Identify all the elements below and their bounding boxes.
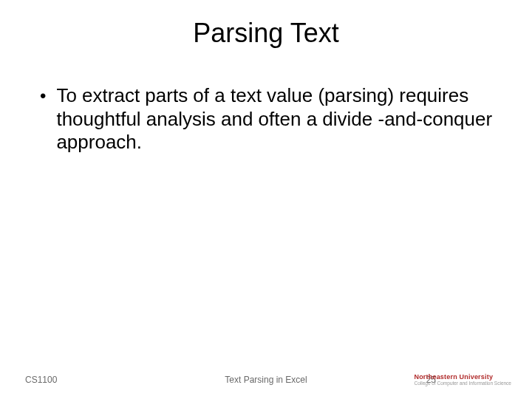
bullet-marker: •: [40, 84, 46, 108]
logo-college-name: College of Computer and Information Scie…: [414, 381, 511, 386]
bullet-item: • To extract parts of a text value (pars…: [35, 84, 497, 154]
slide-title: Parsing Text: [0, 0, 532, 64]
content-area: • To extract parts of a text value (pars…: [0, 64, 532, 154]
footer-course-code: CS1100: [25, 375, 57, 385]
bullet-text: To extract parts of a text value (parsin…: [56, 84, 497, 154]
logo-university-name: Northeastern University: [414, 374, 493, 381]
footer-subject: Text Parsing in Excel: [225, 375, 307, 385]
footer: CS1100 Text Parsing in Excel 25 Northeas…: [0, 371, 532, 389]
slide: Parsing Text • To extract parts of a tex…: [0, 0, 532, 399]
footer-logo: Northeastern University College of Compu…: [414, 374, 511, 386]
